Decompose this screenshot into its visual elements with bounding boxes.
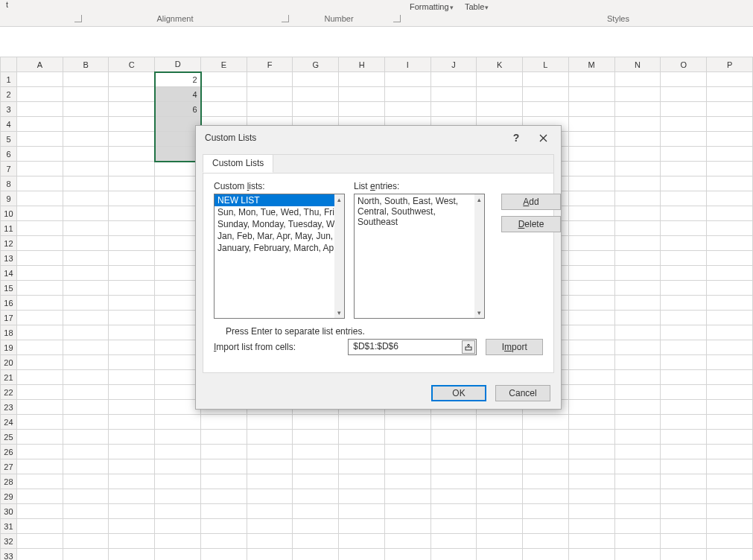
row-header[interactable]: 16 (1, 296, 17, 311)
cell[interactable] (109, 266, 155, 281)
cell[interactable] (614, 474, 661, 489)
cell[interactable] (707, 117, 753, 132)
cell[interactable] (247, 549, 293, 561)
row-header[interactable]: 7 (1, 162, 17, 176)
cell[interactable] (614, 251, 661, 266)
cell[interactable] (477, 430, 523, 445)
cell[interactable] (568, 296, 614, 311)
column-header[interactable]: N (614, 57, 661, 72)
cell[interactable] (568, 504, 614, 519)
cell[interactable] (201, 430, 247, 445)
cell[interactable] (568, 340, 614, 355)
cell[interactable] (155, 221, 201, 236)
cell[interactable] (16, 102, 63, 117)
cell[interactable] (523, 489, 569, 504)
row-header[interactable]: 10 (1, 206, 17, 221)
cell[interactable] (155, 459, 201, 474)
cell[interactable] (155, 266, 201, 281)
cell[interactable] (109, 415, 155, 430)
cell[interactable] (614, 72, 661, 87)
column-header[interactable]: P (707, 57, 753, 72)
cell[interactable] (63, 191, 109, 206)
cell[interactable] (109, 236, 155, 251)
cell[interactable] (568, 400, 614, 415)
close-button[interactable] (530, 127, 556, 148)
cell[interactable] (109, 549, 155, 561)
custom-list-item[interactable]: January, February, March, Apri (215, 242, 334, 254)
cell[interactable] (63, 549, 109, 561)
cell[interactable] (477, 459, 523, 474)
cell[interactable] (63, 236, 109, 251)
cell[interactable] (247, 459, 293, 474)
cell[interactable] (155, 534, 201, 549)
cell[interactable] (16, 415, 63, 430)
cell[interactable] (16, 355, 63, 370)
cell[interactable] (155, 400, 201, 415)
cell[interactable] (201, 72, 247, 87)
cell[interactable] (155, 162, 201, 176)
cell[interactable] (707, 534, 753, 549)
row-header[interactable]: 18 (1, 325, 17, 340)
column-header[interactable]: A (16, 57, 63, 72)
cell[interactable] (477, 87, 523, 102)
cell[interactable] (247, 102, 293, 117)
cell[interactable] (16, 281, 63, 296)
custom-list-item[interactable]: NEW LIST (215, 194, 334, 206)
cell[interactable] (523, 430, 569, 445)
cell[interactable] (707, 221, 753, 236)
cell[interactable] (661, 132, 707, 147)
row-header[interactable]: 8 (1, 176, 17, 191)
cell[interactable] (293, 445, 339, 459)
cell[interactable] (339, 519, 385, 534)
cell[interactable] (339, 430, 385, 445)
cell[interactable] (661, 87, 707, 102)
cell[interactable]: 6 (155, 102, 201, 117)
cell[interactable] (661, 311, 707, 325)
cell[interactable] (16, 266, 63, 281)
cell[interactable] (661, 504, 707, 519)
cell[interactable] (523, 549, 569, 561)
scroll-down-icon[interactable]: ▾ (334, 308, 344, 318)
cell[interactable] (109, 459, 155, 474)
cell[interactable] (16, 117, 63, 132)
cell[interactable] (707, 176, 753, 191)
cell[interactable] (614, 340, 661, 355)
cell[interactable] (155, 474, 201, 489)
cell[interactable] (247, 519, 293, 534)
cell[interactable] (155, 311, 201, 325)
cell[interactable] (568, 355, 614, 370)
cell[interactable] (16, 325, 63, 340)
column-header[interactable]: K (477, 57, 523, 72)
cell[interactable] (707, 385, 753, 400)
cell[interactable] (16, 236, 63, 251)
cell[interactable] (614, 176, 661, 191)
cell[interactable] (614, 504, 661, 519)
cell[interactable] (155, 370, 201, 385)
cell[interactable] (339, 445, 385, 459)
cell[interactable] (568, 489, 614, 504)
cell[interactable] (614, 534, 661, 549)
cell[interactable] (568, 251, 614, 266)
cell[interactable] (247, 415, 293, 430)
cell[interactable] (477, 72, 523, 87)
cell[interactable] (707, 147, 753, 162)
cell[interactable] (155, 519, 201, 534)
cell[interactable] (661, 251, 707, 266)
cell[interactable] (430, 504, 477, 519)
range-picker-button[interactable] (462, 340, 475, 354)
cell[interactable] (63, 147, 109, 162)
cell[interactable] (614, 162, 661, 176)
cell[interactable] (155, 147, 201, 162)
cell[interactable] (707, 519, 753, 534)
cell[interactable] (568, 445, 614, 459)
cell[interactable] (661, 370, 707, 385)
cell[interactable] (201, 549, 247, 561)
cell[interactable] (661, 385, 707, 400)
cell[interactable] (63, 400, 109, 415)
cell[interactable] (16, 221, 63, 236)
cell[interactable] (661, 474, 707, 489)
cell[interactable] (568, 221, 614, 236)
cell[interactable] (568, 430, 614, 445)
row-header[interactable]: 24 (1, 415, 17, 430)
delete-button[interactable]: Delete (501, 216, 561, 232)
